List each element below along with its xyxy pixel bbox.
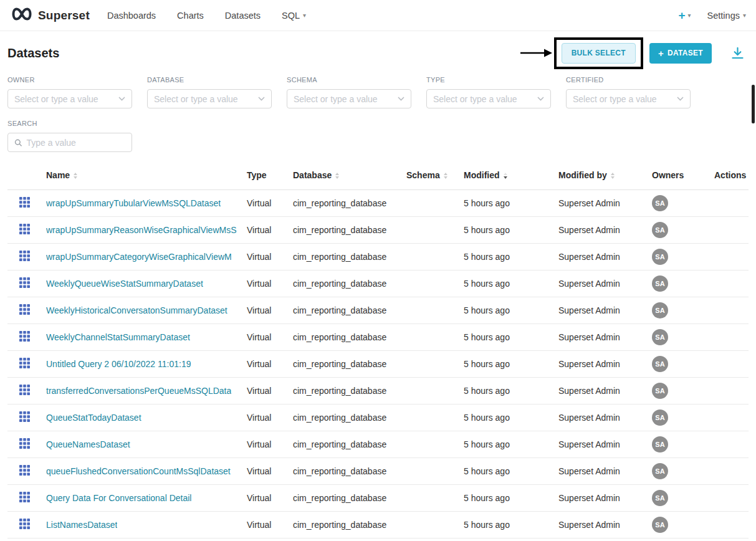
table-row: QueueStatTodayDataset Virtual cim_report… <box>7 404 749 431</box>
sort-desc-icon[interactable] <box>504 173 507 179</box>
owner-avatar[interactable]: SA <box>652 195 668 211</box>
owner-avatar[interactable]: SA <box>652 356 668 372</box>
download-button[interactable] <box>729 45 746 62</box>
filter-certified: CERTIFIED Select or type a value <box>566 76 691 108</box>
dataset-schema <box>401 404 459 431</box>
dataset-type: Virtual <box>242 457 288 484</box>
sort-icon[interactable] <box>444 173 447 179</box>
table-row: wrapUpSummaryCategoryWiseGraphicalViewM … <box>7 243 749 270</box>
bulk-select-button[interactable]: BULK SELECT <box>562 43 636 64</box>
main-nav: Dashboards Charts Datasets SQL ▾ <box>107 11 306 21</box>
owner-avatar[interactable]: SA <box>652 463 668 479</box>
search-input[interactable] <box>26 138 125 148</box>
dataset-schema <box>401 511 459 538</box>
owner-avatar[interactable]: SA <box>652 436 668 452</box>
nav-item-datasets[interactable]: Datasets <box>225 11 261 21</box>
column-header-modified[interactable]: Modified <box>459 161 553 189</box>
owner-avatar[interactable]: SA <box>652 329 668 345</box>
database-filter-select[interactable]: Select or type a value <box>147 89 272 108</box>
dataset-modified: 5 hours ago <box>459 189 553 216</box>
dataset-name-link[interactable]: queueFlushedConversationCountMsSqlDatase… <box>46 466 231 476</box>
dataset-name-link[interactable]: wrapUpSummaryReasonWiseGraphicalViewMsS <box>46 225 237 235</box>
dataset-owners-cell: SA <box>647 484 709 511</box>
nav-item-dashboards[interactable]: Dashboards <box>107 11 156 21</box>
dataset-type: Virtual <box>242 511 288 538</box>
dataset-name-link[interactable]: wrapUpSummaryTubularViewMsSQLDataset <box>46 198 221 208</box>
dataset-modified: 5 hours ago <box>459 297 553 323</box>
dataset-grid-icon <box>19 492 30 502</box>
dataset-name-cell: Untitled Query 2 06/10/2022 11:01:19 <box>41 350 242 377</box>
dataset-modified-by: Superset Admin <box>553 350 647 377</box>
datasets-table-body: wrapUpSummaryTubularViewMsSQLDataset Vir… <box>7 189 749 538</box>
dataset-database: cim_reporting_database <box>288 484 401 511</box>
dataset-type: Virtual <box>242 189 288 216</box>
sort-icon[interactable] <box>74 173 77 179</box>
dataset-database: cim_reporting_database <box>288 457 401 484</box>
schema-filter-select[interactable]: Select or type a value <box>287 89 411 108</box>
dataset-grid-icon <box>19 277 30 288</box>
owner-avatar[interactable]: SA <box>652 249 668 265</box>
type-filter-select[interactable]: Select or type a value <box>426 89 551 108</box>
column-header-database[interactable]: Database <box>288 161 401 189</box>
dataset-name-link[interactable]: Query Data For Conversational Detail <box>46 493 191 503</box>
top-navigation: Superset Dashboards Charts Datasets SQL … <box>0 0 756 31</box>
dataset-actions-cell <box>709 243 749 270</box>
owner-avatar[interactable]: SA <box>652 275 668 292</box>
owner-avatar[interactable]: SA <box>652 517 668 533</box>
dataset-database: cim_reporting_database <box>288 297 401 323</box>
filter-schema: SCHEMA Select or type a value <box>287 76 411 108</box>
filter-owner: OWNER Select or type a value <box>7 76 132 108</box>
dataset-schema <box>401 457 459 484</box>
owner-avatar[interactable]: SA <box>652 490 668 506</box>
dataset-type: Virtual <box>242 216 288 243</box>
sort-icon[interactable] <box>335 173 339 179</box>
dataset-schema <box>401 189 459 216</box>
dataset-modified-by: Superset Admin <box>553 511 647 538</box>
add-dataset-button[interactable]: + DATASET <box>649 43 712 64</box>
dataset-modified-by: Superset Admin <box>553 297 647 323</box>
dataset-actions-cell <box>709 404 749 431</box>
dataset-schema <box>401 297 459 323</box>
dataset-name-cell: WeeklyChannelStatSummaryDataset <box>41 323 242 350</box>
datasets-table-container: Name Type Database Schema Modified Modif… <box>7 161 749 539</box>
dataset-name-link[interactable]: WeeklyQueueWiseStatSummaryDataset <box>46 279 203 289</box>
owner-avatar[interactable]: SA <box>652 222 668 238</box>
filter-label: OWNER <box>7 76 132 84</box>
certified-filter-select[interactable]: Select or type a value <box>566 89 691 108</box>
new-item-menu-button[interactable]: + ▾ <box>678 9 691 21</box>
dataset-modified: 5 hours ago <box>459 323 553 350</box>
dataset-name-link[interactable]: QueueStatTodayDataset <box>46 413 141 423</box>
dataset-name-link[interactable]: WeeklyChannelStatSummaryDataset <box>46 332 190 342</box>
dataset-icon-cell <box>7 350 41 377</box>
dataset-name-link[interactable]: transferredConversationsPerQueueMsSQLDat… <box>46 386 231 396</box>
sort-icon[interactable] <box>611 173 615 179</box>
nav-item-sql[interactable]: SQL ▾ <box>282 11 306 21</box>
column-header-name[interactable]: Name <box>41 161 242 189</box>
dataset-database: cim_reporting_database <box>288 243 401 270</box>
settings-menu-button[interactable]: Settings ▾ <box>707 11 746 21</box>
dataset-database: cim_reporting_database <box>288 323 401 350</box>
owner-avatar[interactable]: SA <box>652 383 668 399</box>
dataset-name-link[interactable]: wrapUpSummaryCategoryWiseGraphicalViewM <box>46 252 232 262</box>
table-row: WeeklyHistoricalConversatonSummaryDatase… <box>7 297 749 323</box>
owner-filter-select[interactable]: Select or type a value <box>7 89 132 108</box>
dataset-name-link[interactable]: WeeklyHistoricalConversatonSummaryDatase… <box>46 305 227 315</box>
nav-item-charts[interactable]: Charts <box>177 11 204 21</box>
dataset-database: cim_reporting_database <box>288 511 401 538</box>
dataset-owners-cell: SA <box>647 431 709 457</box>
chevron-down-icon <box>258 97 265 101</box>
dataset-name-link[interactable]: ListNamesDataset <box>46 520 117 530</box>
superset-logo[interactable]: Superset <box>10 7 90 24</box>
column-header-type: Type <box>242 161 288 189</box>
column-header-modified-by[interactable]: Modified by <box>553 161 647 189</box>
dataset-name-link[interactable]: QueueNamesDataset <box>46 439 130 449</box>
owner-avatar[interactable]: SA <box>652 302 668 318</box>
scrollbar-thumb[interactable] <box>752 85 755 123</box>
table-row: ListNamesDataset Virtual cim_reporting_d… <box>7 511 749 538</box>
dataset-database: cim_reporting_database <box>288 431 401 457</box>
dataset-name-link[interactable]: Untitled Query 2 06/10/2022 11:01:19 <box>46 359 191 369</box>
dataset-grid-icon <box>19 411 30 422</box>
column-header-schema[interactable]: Schema <box>401 161 459 189</box>
dataset-name-cell: transferredConversationsPerQueueMsSQLDat… <box>41 377 242 404</box>
owner-avatar[interactable]: SA <box>652 409 668 426</box>
